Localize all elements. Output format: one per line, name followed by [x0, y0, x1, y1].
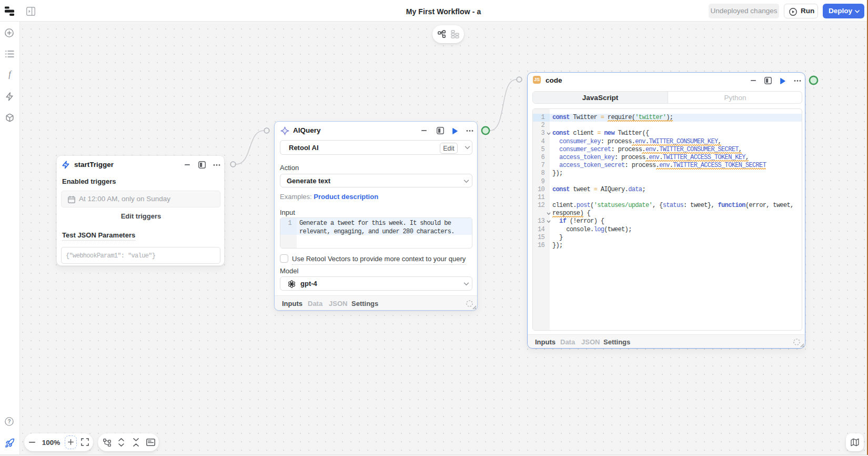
svg-text:?: ? [7, 419, 11, 424]
